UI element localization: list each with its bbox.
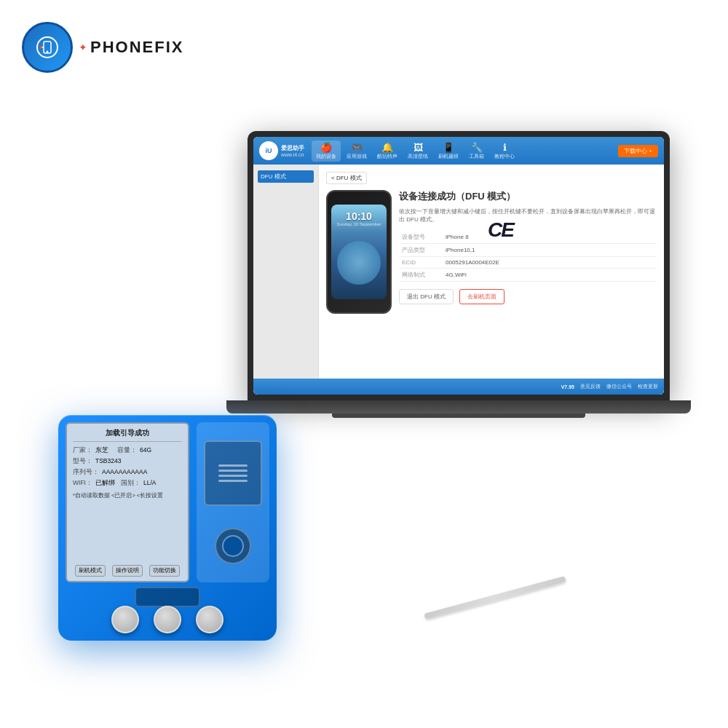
product-type-label: 产品类型 bbox=[399, 244, 443, 257]
module-line bbox=[218, 480, 248, 482]
table-row: 设备型号 iPhone 8 bbox=[399, 231, 657, 244]
laptop-foot bbox=[332, 414, 585, 418]
module-line bbox=[218, 464, 248, 467]
app-sidebar: DFU 模式 bbox=[253, 165, 319, 395]
screen-title: 加载引导成功 bbox=[73, 428, 182, 442]
laptop: iU 爱思助手 www.i4.cn 🍎 我的设备 🎮 应用游戏 bbox=[248, 131, 670, 437]
device-model-label: 设备型号 bbox=[399, 231, 443, 244]
screen-row: 厂家： 东芝 容量： 64G bbox=[73, 446, 182, 455]
dfu-content: 10:10 Sunday, 10 September 设备连接成功（DFU 模式… bbox=[326, 190, 657, 314]
ce-mark: CE bbox=[488, 218, 513, 242]
logo-circle bbox=[22, 22, 73, 73]
apple-icon: 🍎 bbox=[320, 142, 332, 153]
device-bottom-buttons bbox=[111, 606, 223, 633]
nav-apps[interactable]: 🎮 应用游戏 bbox=[342, 141, 371, 162]
auto-read-text: *自动读取数据 <已开启> <长按设置 bbox=[73, 492, 182, 499]
dfu-table: 设备型号 iPhone 8 产品类型 iPhone10,1 ECID bbox=[399, 231, 657, 282]
screen-row: 型号： TSB3243 bbox=[73, 457, 182, 466]
app-logo: iU bbox=[259, 141, 278, 160]
device-screen: 加载引导成功 厂家： 东芝 容量： 64G 型号： TSB3243 序列号： A… bbox=[66, 422, 189, 582]
product-type-value: iPhone10,1 bbox=[443, 244, 657, 257]
module-lines bbox=[218, 464, 248, 482]
app-bar: iU 爱思助手 www.i4.cn 🍎 我的设备 🎮 应用游戏 bbox=[253, 137, 664, 165]
go-home-button[interactable]: 去刷机页面 bbox=[459, 289, 505, 304]
module-slot bbox=[204, 440, 262, 506]
flash-mode-button[interactable]: 刷机模式 bbox=[75, 565, 106, 577]
app-site: www.i4.cn bbox=[281, 152, 304, 157]
nav-tutorials[interactable]: ℹ 教程中心 bbox=[490, 141, 519, 162]
app-content: DFU 模式 < DFU 模式 10:10 Sunday, 10 Septemb… bbox=[253, 165, 664, 395]
device-model-value: iPhone 8 bbox=[443, 231, 657, 244]
download-button[interactable]: 下载中心 + bbox=[618, 145, 658, 157]
sidebar-dfu[interactable]: DFU 模式 bbox=[258, 170, 314, 183]
logo-name: PHONEFIX bbox=[90, 38, 183, 57]
exit-dfu-button[interactable]: 退出 DFU 模式 bbox=[399, 289, 454, 304]
ecid-label: ECID bbox=[399, 257, 443, 269]
network-value: 4G,WiFi bbox=[443, 269, 657, 282]
tools-icon: 🔧 bbox=[471, 142, 483, 153]
image-icon: 🖼 bbox=[414, 142, 423, 153]
games-icon: 🎮 bbox=[351, 142, 363, 153]
device-module bbox=[197, 422, 269, 582]
module-line bbox=[218, 475, 248, 477]
phone-time: 10:10 bbox=[346, 210, 372, 222]
function-switch-button[interactable]: 功能切换 bbox=[149, 565, 180, 577]
svg-point-2 bbox=[47, 51, 49, 53]
module-circle bbox=[215, 528, 251, 564]
dfu-buttons: 退出 DFU 模式 去刷机页面 bbox=[399, 289, 657, 304]
phone-screen: 10:10 Sunday, 10 September bbox=[331, 205, 387, 299]
wechat-link[interactable]: 微信公众号 bbox=[606, 383, 632, 390]
nav-wallpaper[interactable]: 🖼 高清壁纸 bbox=[403, 141, 432, 162]
dfu-description: 依次按一下音量增大键和减小键后，按住开机键不要松开，直到设备屏幕出现白苹果再松开… bbox=[399, 207, 657, 223]
laptop-base bbox=[226, 400, 691, 414]
laptop-screen-outer: iU 爱思助手 www.i4.cn 🍎 我的设备 🎮 应用游戏 bbox=[248, 131, 670, 400]
dfu-info: 设备连接成功（DFU 模式） 依次按一下音量增大键和减小键后，按住开机键不要松开… bbox=[399, 190, 657, 314]
device-button-2[interactable] bbox=[154, 606, 181, 633]
bell-icon: 🔔 bbox=[381, 142, 393, 153]
phone-flash-icon: 📱 bbox=[443, 142, 454, 153]
nav-ringtones[interactable]: 🔔 酷玩特声 bbox=[373, 141, 402, 162]
logo-area: ✦ PHONEFIX bbox=[22, 22, 183, 73]
nav-flash[interactable]: 📱 刷机越狱 bbox=[434, 141, 463, 162]
table-row: 网络制式 4G,WiFi bbox=[399, 269, 657, 282]
dfu-title: 设备连接成功（DFU 模式） bbox=[399, 190, 657, 203]
device-handle bbox=[135, 587, 200, 607]
tab-bar: < DFU 模式 bbox=[326, 172, 657, 184]
screen-row: WIFI： 已解绑 国别： LL/A bbox=[73, 479, 182, 488]
table-row: 产品类型 iPhone10,1 bbox=[399, 244, 657, 257]
laptop-screen: iU 爱思助手 www.i4.cn 🍎 我的设备 🎮 应用游戏 bbox=[253, 137, 664, 395]
device: 加载引导成功 厂家： 东芝 容量： 64G 型号： TSB3243 序列号： A… bbox=[58, 415, 277, 641]
network-label: 网络制式 bbox=[399, 269, 443, 282]
main-scene: ✦ PHONEFIX iU 爱思助手 www.i4.cn bbox=[0, 0, 728, 728]
app-nav: 🍎 我的设备 🎮 应用游戏 🔔 酷玩特声 🖼 bbox=[312, 141, 618, 162]
nav-tools[interactable]: 🔧 工具箱 bbox=[464, 141, 488, 162]
tab-dfu[interactable]: < DFU 模式 bbox=[326, 172, 367, 184]
phone-date: Sunday, 10 September bbox=[337, 222, 381, 226]
screen-buttons: 刷机模式 操作说明 功能切换 bbox=[67, 565, 188, 577]
instructions-button[interactable]: 操作说明 bbox=[112, 565, 143, 577]
device-button-3[interactable] bbox=[196, 606, 223, 633]
table-row: ECID 0005291A0004E02E bbox=[399, 257, 657, 269]
device-button-1[interactable] bbox=[111, 606, 139, 633]
feedback-link[interactable]: 意见反馈 bbox=[580, 383, 601, 390]
app-main: < DFU 模式 10:10 Sunday, 10 September bbox=[319, 165, 664, 395]
usb-cable bbox=[424, 576, 566, 619]
logo-text: ✦ PHONEFIX bbox=[79, 38, 183, 57]
nav-my-device[interactable]: 🍎 我的设备 bbox=[312, 141, 341, 162]
app-name: 爱思助手 bbox=[281, 144, 304, 152]
module-line bbox=[218, 470, 248, 472]
logo-icon bbox=[34, 34, 60, 60]
app-footer: V7.95 意见反馈 微信公众号 检查更新 bbox=[253, 379, 664, 395]
svg-point-3 bbox=[39, 46, 42, 49]
version-label: V7.95 bbox=[561, 384, 574, 389]
phone-mockup: 10:10 Sunday, 10 September bbox=[326, 190, 392, 314]
logo-star-icon: ✦ bbox=[79, 41, 87, 53]
device-body: 加载引导成功 厂家： 东芝 容量： 64G 型号： TSB3243 序列号： A… bbox=[58, 415, 277, 641]
screen-row: 序列号： AAAAAAAAAAA bbox=[73, 468, 182, 477]
update-link[interactable]: 检查更新 bbox=[638, 383, 658, 390]
info-icon: ℹ bbox=[503, 142, 507, 153]
ecid-value: 0005291A0004E02E bbox=[443, 257, 657, 269]
module-inner-circle bbox=[222, 535, 244, 557]
